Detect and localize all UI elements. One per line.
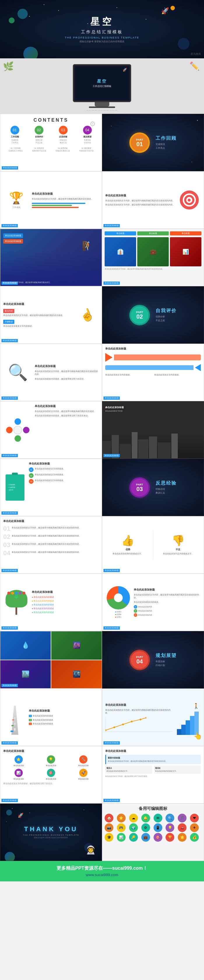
thankyou-sub: 模板仅供参考 请替换为您自己的内容和图表 [23,837,79,839]
slide-row-2: 单击此处添加标题 🏆 工作成就 单击此处添加标题 单击此处添加您的文字内容，建议… [0,171,204,229]
slide-row-4: 单击此处添加标题 单击此处添加标题 重点内容 单击此处添加您的文字内容，建议使用… [0,286,204,344]
svg-point-4 [139,719,141,720]
icon-item-11: 🌍 [129,823,138,832]
part04-title: 规划展望 [156,653,177,659]
slide-city: 单击此处添加标题 单击此处添加标题 单击此处添加文字内容 [102,401,204,459]
icon-item-21: 🎯 [153,833,162,842]
thankyou-main: THANK YOU [23,826,79,833]
slide-row-11: 单击此处添加标题 单击此处添加标题 A单击此处添加内容描述 B单击此处添加内容描… [0,689,204,746]
icon-item-16: ✈ [190,823,199,832]
slide-row-13: 🚀 THANK YOU THE PROFESSIONAL BUSINESS TE… [0,803,204,861]
icon-item-23: 🌟 [178,833,187,842]
cover-slide: 🚀 星空 工作总结汇报模板 THE PROFESSIONAL BUSINESS … [0,0,204,58]
slide-icons-services: 单击此处添加标题 单击此处添加标题 ⭐ 单击此处添加 💡 单击此处添加 🔧 单击… [0,746,102,803]
banner-line1: 更多精品PPT资源尽在——sucai999.com！ [5,865,199,872]
contents-item-4: 04 规划展望 年度目标行动计划 [76,126,98,144]
slide-text-data: 单击此处添加标题 单击此处添加标题 重要内容标题 单击此处添加您的文字内容，建议… [102,746,204,803]
part02-title: 自我评价 [156,308,177,314]
icon-item-5: ✉ [153,814,162,822]
icons-section-title: 备用可编辑图标 [104,806,201,811]
icon-item-17: 🎓 [104,833,113,842]
slide-part04: PART 04 规划展望 年度目标 行动计划 [102,631,204,689]
slide-row-5: 单击此处添加标题 🔍 单击此处添加标题 单击此处添加您的文字内容，建议使用与模板… [0,344,204,401]
icon-item-24: 💰 [190,833,199,842]
banner-line2: www.sucai999.com [5,873,199,877]
monitor-section: 🌿 星空 工作总结汇报模板 🚀 ✏️ ——————————— [0,58,204,114]
icon-item-12: ⚙ [141,823,150,832]
slide-row-6: 单击此处添加标题 单击此处添加标题 单击此处添加您的文字内容，建议使用与模板风格… [0,401,204,459]
slide-row-8: 单击此处添加标题 单击此处添加标题 01 单击此处添加您的文字内容，建议使用与模… [0,516,204,574]
slide-part01: PART 01 工作回顾 完成情况 工作亮点 [102,114,204,171]
slide-numbered: 单击此处添加标题 单击此处添加标题 01 单击此处添加您的文字内容，建议使用与模… [0,516,102,574]
slide-label: 单击此处添加标题 [2,166,18,170]
slide-road: 单击此处添加标题 单击此处添加标题 A单击此处添加内容描述 B单击此处添加内容描… [0,689,102,746]
slide-waterfall: 单击此处添加标题 💧 🌆 🏙️ 🌃 [0,631,102,689]
contents-item-2: 02 自我评价 优势分析不足之处 [28,126,50,144]
slide-contents: 单击此处添加标题 CONTENTS ⚙ 01 工作回顾 完成情况工作亮点 02 … [0,114,102,171]
svg-point-2 [122,724,124,725]
slide-stairs: 单击此处添加标题 单击此处添加标题 单击此处添加您的文字内容，建议使用与模板风格… [102,689,204,746]
contents-item-1: 01 工作回顾 完成情况工作亮点 [4,126,26,144]
part03-title: 反思经验 [156,480,177,486]
contents-item-3: 03 反思经验 经验总结教训汇总 [52,126,74,144]
icon-item-18: 📊 [117,833,126,842]
slide-hand: 单击此处添加标题 单击此处添加标题 重点内容 单击此处添加您的文字内容，建议使用… [0,286,102,344]
slide-row-12: 单击此处添加标题 单击此处添加标题 ⭐ 单击此处添加 💡 单击此处添加 🔧 单击… [0,746,204,803]
icon-item-2: ⭐ [117,814,126,822]
slide-row-10: 单击此处添加标题 💧 🌆 🏙️ 🌃 PART 04 规划展望 年度目标 行动计划 [0,631,204,689]
slide-row-1: 单击此处添加标题 CONTENTS ⚙ 01 工作回顾 完成情况工作亮点 02 … [0,114,204,171]
svg-point-1 [113,727,115,728]
icon-item-20: 💼 [141,833,150,842]
slide-editable-icons: 备用可编辑图标 🏠 ⭐ ☁ 🔔 ✉ 🔍 🎵 ❤ 📷 🎮 🌍 ⚙ 📱 💡 🚗 ✈ … [102,803,204,861]
slide-business-photos: 单击此处添加标题 单击标题 单击标题 单击标题 👔 💼 📊 单击此处添加您的文字… [102,229,204,286]
icon-item-22: 🏆 [166,833,174,842]
icon-item-6: 🔍 [166,814,174,822]
slide-row-9: 单击此处添加标题 单击此处添加标题 ● 单击此处添加内容描述 ● 单击此处添加内… [0,574,204,631]
brand-label: 星鸟图库 [191,52,201,56]
slide-thankyou: 🚀 THANK YOU THE PROFESSIONAL BUSINESS TE… [0,803,102,861]
slide-trophy: 单击此处添加标题 🏆 工作成就 单击此处添加标题 单击此处添加您的文字内容，建议… [0,171,102,229]
bottom-banner: 更多精品PPT资源尽在——sucai999.com！ www.sucai999.… [0,861,204,881]
icon-item-8: ❤ [190,814,199,822]
svg-point-0 [106,729,106,731]
thankyou-en: THE PROFESSIONAL BUSINESS TEMPLATE [23,834,79,836]
contents-title: CONTENTS [4,118,98,123]
icon-item-1: 🏠 [104,814,113,822]
svg-point-3 [131,721,133,722]
slide-row-7: 单击此处添加标题 ✓ 完成项目 ✓ 达成目标 ○ 进行中 单击此处添加标题 01… [0,459,204,516]
slide-target: 单击此处添加标题 单击此处添加标题 单击此处添加您的文字内容，建议使用与模板风格… [102,171,204,229]
slide-mountain: 单击此处添加标题 🧗 单击此处添加标题 单击此处添加标题 单击此处添加您的文字内… [0,229,102,286]
icon-item-7: 🎵 [178,814,187,822]
slide-row-3: 单击此处添加标题 🧗 单击此处添加标题 单击此处添加标题 单击此处添加您的文字内… [0,229,204,286]
svg-point-5 [145,717,146,719]
icon-item-14: 💡 [166,823,174,832]
slide-circles: 单击此处添加标题 单击此处添加标题 单击此处添加您的文字内容，建议使用与模板风格… [0,401,102,459]
icon-item-9: 📷 [104,823,113,832]
cover-title-en: THE PROFESSIONAL BUSINESS TEMPLATE [65,36,139,39]
slide-thumbs: 单击此处添加标题 👍 优势 单击此处添加优势内容描述文字。 👎 不足 单击此处添… [102,516,204,574]
cover-title-cn: 星空 [65,16,139,28]
icon-item-13: 📱 [153,823,162,832]
icon-item-3: ☁ [129,814,138,822]
part01-title: 工作回顾 [156,135,177,142]
icon-item-19: 🔑 [129,833,138,842]
slide-pie: 单击此处添加标题 ■ 分类A ■ 分类B ■ 分类C 单击此处添加标题 单击此处 [102,574,204,631]
cover-subtitle: 模板仅供参考 请替换为您自己的内容和图表 [65,40,139,43]
slide-magnify: 单击此处添加标题 🔍 单击此处添加标题 单击此处添加您的文字内容，建议使用与模板… [0,344,102,401]
slide-part03: PART 03 反思经验 经验总结 教训汇总 [102,459,204,516]
icon-item-4: 🔔 [141,814,150,822]
cover-title-sub: 工作总结汇报模板 [65,29,139,35]
slide-tree: 单击此处添加标题 单击此处添加标题 ● 单击此处添加内容描述 ● 单击此处添加内… [0,574,102,631]
slide-part02: PART 02 自我评价 优势分析 不足之处 [102,286,204,344]
slide-arrows: 单击此处添加标题 单击此处添加标题 单击此处添加文字内容描述。 单击此处添加文字… [102,344,204,401]
slide-steps: 单击此处添加标题 ✓ 完成项目 ✓ 达成目标 ○ 进行中 单击此处添加标题 01… [0,459,102,516]
icon-item-10: 🎮 [117,823,126,832]
icon-item-15: 🚗 [178,823,187,832]
